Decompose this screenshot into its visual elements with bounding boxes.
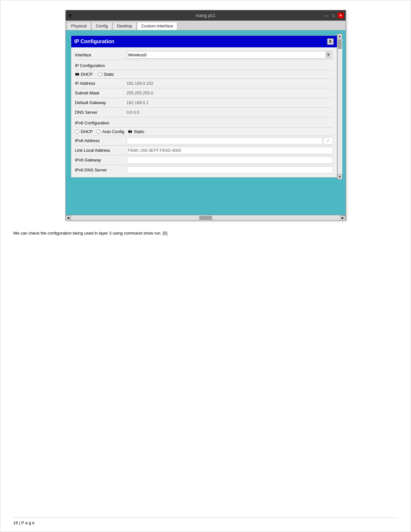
ipv6-gateway-row: IPv6 Gateway — [75, 155, 333, 165]
interface-row: Interface Wireless0 ▼ — [75, 50, 333, 60]
interface-select[interactable]: Wireless0 ▼ — [127, 51, 333, 59]
ipv6-prefix-input[interactable] — [323, 137, 333, 144]
ipv6-static-circle[interactable] — [128, 130, 132, 134]
static-radio-circle[interactable] — [98, 72, 102, 76]
dialog-header: IP Configuration X — [71, 36, 337, 47]
link-local-label: Link Local Address — [75, 148, 127, 153]
dialog-title: IP Configuration — [74, 39, 114, 44]
ipv6-static-radio[interactable]: Static — [128, 129, 144, 134]
hscroll-track — [71, 215, 340, 220]
page-wrapper: 🖥 mang pc1 — □ ✕ Physical Config Desktop… — [0, 0, 411, 532]
ipv6-dhcp-label: DHCP — [81, 129, 93, 134]
hscroll-thumb[interactable] — [199, 216, 212, 220]
scroll-thumb[interactable] — [338, 39, 342, 49]
ipv6-auto-radio[interactable]: Auto Config — [96, 129, 124, 134]
maximize-button[interactable]: □ — [331, 13, 337, 18]
app-icon: 🖥 — [68, 13, 73, 18]
tab-desktop[interactable]: Desktop — [113, 22, 137, 30]
tab-bar: Physical Config Desktop Custom Interface — [66, 21, 346, 30]
ipv6-dns-input[interactable] — [127, 166, 333, 173]
ipv6-config-section: IPv6 Configuration — [75, 117, 333, 128]
subnet-mask-value: 255.255.255.0 — [127, 91, 333, 95]
dialog-body: Interface Wireless0 ▼ IP Configuration — [71, 47, 337, 177]
ip-mode-radio-row: DHCP Static — [75, 70, 333, 79]
interface-label: Interface — [75, 53, 127, 57]
horizontal-scrollbar[interactable]: ◀ ▶ — [66, 215, 346, 220]
ipv6-dhcp-radio[interactable]: DHCP — [75, 129, 93, 134]
subnet-mask-label: Subnet Mask — [75, 91, 127, 95]
window-title: mang pc1 — [196, 13, 215, 18]
title-bar-left: 🖥 — [68, 13, 73, 18]
title-bar: 🖥 mang pc1 — □ ✕ — [66, 10, 346, 21]
dns-server-row: DNS Server 0.0.0.0 — [75, 108, 333, 117]
interface-value: Wireless0 — [128, 53, 147, 57]
ip-config-dialog: IP Configuration X Interface Wireless0 ▼ — [71, 35, 337, 178]
ipv6-dhcp-circle[interactable] — [75, 130, 79, 134]
ipv6-gateway-label: IPv6 Gateway — [75, 158, 127, 162]
scroll-up-button[interactable]: ▲ — [337, 34, 342, 39]
static-label: Static — [103, 72, 114, 77]
tab-physical[interactable]: Physical — [67, 22, 91, 30]
scroll-track — [338, 39, 342, 174]
scroll-right-button[interactable]: ▶ — [340, 215, 346, 220]
ip-address-row: IP Address 192.168.0.102 — [75, 79, 333, 88]
ipv6-dns-row: IPv6 DNS Server — [75, 165, 333, 175]
ipv6-dns-label: IPv6 DNS Server — [75, 168, 127, 172]
ip-address-label: IP Address — [75, 81, 127, 86]
bottom-space — [69, 179, 342, 212]
ipv6-config-section-label: IPv6 Configuration — [75, 119, 333, 126]
link-local-input[interactable] — [127, 147, 333, 154]
dialog-close-button[interactable]: X — [327, 38, 334, 45]
description-text: We can check the configuration being use… — [13, 230, 398, 237]
vertical-scrollbar[interactable]: ▲ ▼ — [337, 34, 342, 179]
ip-config-section-label: IP Configuration — [75, 62, 333, 69]
subnet-mask-row: Subnet Mask 255.255.255.0 — [75, 88, 333, 98]
ipv6-address-label: IPv6 Address — [75, 138, 127, 143]
dhcp-label: DHCP — [81, 72, 93, 77]
default-gateway-row: Default Gateway 192.168.0.1 — [75, 98, 333, 108]
main-content: IP Configuration X Interface Wireless0 ▼ — [66, 30, 346, 215]
select-dropdown-arrow[interactable]: ▼ — [326, 52, 331, 58]
ipv6-address-row: IPv6 Address — [75, 136, 333, 146]
ipv6-auto-circle[interactable] — [96, 130, 101, 134]
minimize-button[interactable]: — — [324, 13, 329, 18]
ipv6-mode-radio-row: DHCP Auto Config Static — [75, 128, 333, 136]
static-radio-option[interactable]: Static — [98, 72, 114, 77]
dns-server-value: 0.0.0.0 — [127, 110, 333, 115]
link-local-row: Link Local Address — [75, 146, 333, 155]
scroll-down-button[interactable]: ▼ — [337, 174, 342, 179]
dhcp-radio-circle[interactable] — [75, 72, 79, 76]
scroll-left-button[interactable]: ◀ — [66, 215, 71, 220]
app-window: 🖥 mang pc1 — □ ✕ Physical Config Desktop… — [65, 10, 346, 220]
dhcp-radio-option[interactable]: DHCP — [75, 72, 93, 77]
window-controls: — □ ✕ — [324, 13, 344, 18]
ipv6-auto-label: Auto Config — [102, 129, 124, 134]
page-label: | P a g e — [19, 520, 34, 525]
ip-config-section: IP Configuration — [75, 60, 333, 70]
ipv6-input-group — [127, 137, 333, 144]
ip-address-value: 192.168.0.102 — [127, 81, 333, 86]
ipv6-address-input[interactable] — [127, 137, 323, 144]
tab-custom-interface[interactable]: Custom Interface — [137, 22, 177, 30]
default-gateway-value: 192.168.0.1 — [127, 100, 333, 105]
page-number: 19 — [13, 520, 18, 525]
ipv6-static-label: Static — [134, 129, 144, 134]
tab-config[interactable]: Config — [92, 22, 112, 30]
close-button[interactable]: ✕ — [338, 13, 344, 18]
page-footer: 19 | P a g e — [13, 517, 398, 525]
ipv6-gateway-input[interactable] — [127, 157, 333, 164]
dns-server-label: DNS Server — [75, 110, 127, 115]
default-gateway-label: Default Gateway — [75, 100, 127, 105]
content-scroll-wrapper: IP Configuration X Interface Wireless0 ▼ — [69, 34, 342, 179]
